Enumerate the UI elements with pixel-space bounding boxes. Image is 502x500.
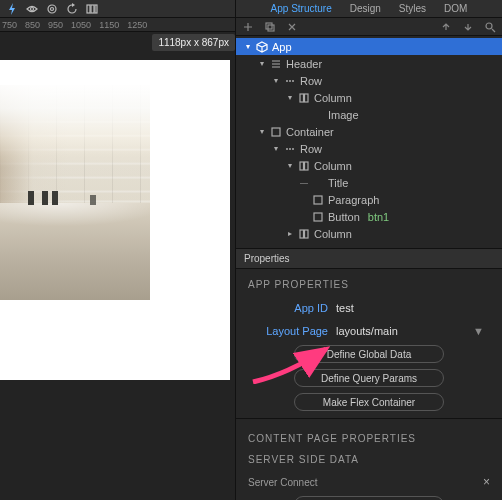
tree-node-paragraph[interactable]: Paragraph: [236, 191, 502, 208]
tree-node-label: Row: [300, 75, 322, 87]
canvas-image[interactable]: [0, 85, 150, 300]
lightning-icon[interactable]: [6, 3, 18, 15]
chevron-down-icon[interactable]: ▾: [286, 161, 294, 170]
prop-layout-page: Layout Page layouts/main ▼: [236, 319, 502, 342]
panel-tabs: App Structure Design Styles DOM: [236, 0, 502, 18]
input-layout-page[interactable]: layouts/main: [336, 322, 465, 339]
svg-point-10: [289, 80, 291, 82]
server-connect-row: Server Connect ×: [236, 471, 502, 493]
tree-node-label: Column: [314, 160, 352, 172]
move-down-icon[interactable]: [462, 21, 474, 33]
tree-node-row[interactable]: ▾Row: [236, 72, 502, 89]
target-icon[interactable]: [46, 3, 58, 15]
panel-toolbar: [236, 18, 502, 36]
label-layout-page: Layout Page: [248, 325, 328, 337]
leaf-icon: [312, 109, 324, 121]
tree-node-label: Column: [314, 92, 352, 104]
tree-node-label: Button: [328, 211, 360, 223]
chevron-down-icon[interactable]: ▾: [272, 76, 280, 85]
tree-node-header[interactable]: ▾Header: [236, 55, 502, 72]
tree-node-container[interactable]: ▾Container: [236, 123, 502, 140]
tree-node-column[interactable]: ▾Column: [236, 89, 502, 106]
columns-icon[interactable]: [86, 3, 98, 15]
ruler-horizontal: 750 850 950 1050 1150 1250: [0, 18, 235, 32]
svg-rect-7: [268, 25, 274, 31]
svg-point-15: [286, 148, 288, 150]
group-app-properties: APP PROPERTIES: [236, 269, 502, 296]
chevron-down-icon[interactable]: ▾: [286, 93, 294, 102]
label-app-id: App ID: [248, 302, 328, 314]
canvas-size-tooltip: 1118px x 867px: [152, 34, 235, 51]
svg-rect-12: [300, 94, 304, 102]
leaf-icon: [312, 211, 324, 223]
tree-node-title[interactable]: —Title: [236, 174, 502, 191]
chevron-down-icon[interactable]: ▾: [258, 127, 266, 136]
chevron-right-icon[interactable]: ▸: [286, 229, 294, 238]
svg-rect-21: [314, 213, 322, 221]
refresh-icon[interactable]: [66, 3, 78, 15]
svg-rect-6: [266, 23, 272, 29]
tree-node-row[interactable]: ▾Row: [236, 140, 502, 157]
component-tree[interactable]: ▾App▾Header▾Row▾ColumnImage▾Container▾Ro…: [236, 36, 502, 248]
svg-point-2: [51, 7, 54, 10]
chevron-down-icon[interactable]: ▼: [473, 325, 490, 337]
svg-rect-18: [300, 162, 304, 170]
close-icon[interactable]: ×: [483, 475, 490, 489]
svg-rect-3: [87, 5, 90, 13]
canvas-preview: 750 850 950 1050 1150 1250 1118px x 867p…: [0, 0, 235, 500]
select-server-action-button[interactable]: Select Server Action: [294, 496, 444, 500]
add-icon[interactable]: [242, 21, 254, 33]
tree-node-button[interactable]: Buttonbtn1: [236, 208, 502, 225]
tree-node-label: Column: [314, 228, 352, 240]
column-icon: [298, 228, 310, 240]
svg-point-0: [31, 7, 34, 10]
make-flex-container-button[interactable]: Make Flex Container: [294, 393, 444, 411]
eye-icon[interactable]: [26, 3, 38, 15]
input-app-id[interactable]: test: [336, 299, 490, 316]
svg-rect-13: [305, 94, 309, 102]
chevron-down-icon[interactable]: ▾: [258, 59, 266, 68]
tree-node-column[interactable]: ▸Column: [236, 225, 502, 242]
group-server-side: SERVER SIDE DATA: [236, 450, 502, 471]
delete-icon[interactable]: [286, 21, 298, 33]
tree-node-app[interactable]: ▾App: [236, 38, 502, 55]
define-global-data-button[interactable]: Define Global Data: [294, 345, 444, 363]
server-connect-label: Server Connect: [248, 477, 317, 488]
svg-point-9: [286, 80, 288, 82]
chevron-down-icon[interactable]: ▾: [272, 144, 280, 153]
svg-rect-4: [91, 5, 94, 13]
dots-icon: [284, 143, 296, 155]
search-icon[interactable]: [484, 21, 496, 33]
tree-node-label: Image: [328, 109, 359, 121]
svg-rect-19: [305, 162, 309, 170]
tree-node-label: Header: [286, 58, 322, 70]
tab-styles[interactable]: Styles: [399, 3, 426, 14]
column-icon: [298, 160, 310, 172]
tree-node-image[interactable]: Image: [236, 106, 502, 123]
svg-rect-23: [305, 230, 309, 238]
tab-design[interactable]: Design: [350, 3, 381, 14]
tree-node-label: Container: [286, 126, 334, 138]
svg-rect-14: [272, 128, 280, 136]
tab-dom[interactable]: DOM: [444, 3, 467, 14]
tab-app-structure[interactable]: App Structure: [271, 3, 332, 14]
define-query-params-button[interactable]: Define Query Params: [294, 369, 444, 387]
svg-point-1: [48, 5, 56, 13]
svg-point-8: [486, 23, 492, 29]
svg-point-17: [292, 148, 294, 150]
canvas-toolbar: [0, 0, 235, 18]
square-icon: [270, 126, 282, 138]
chevron-down-icon[interactable]: ▾: [244, 42, 252, 51]
tree-node-column[interactable]: ▾Column: [236, 157, 502, 174]
cube-icon: [256, 41, 268, 53]
duplicate-icon[interactable]: [264, 21, 276, 33]
chevron-right-icon[interactable]: —: [300, 178, 308, 187]
svg-rect-5: [95, 5, 97, 13]
side-panel: App Structure Design Styles DOM ▾App▾Hea…: [235, 0, 502, 500]
bars-icon: [270, 58, 282, 70]
prop-app-id: App ID test: [236, 296, 502, 319]
properties-panel: APP PROPERTIES App ID test Layout Page l…: [236, 269, 502, 500]
svg-rect-20: [314, 196, 322, 204]
tree-node-label: Paragraph: [328, 194, 379, 206]
move-up-icon[interactable]: [440, 21, 452, 33]
